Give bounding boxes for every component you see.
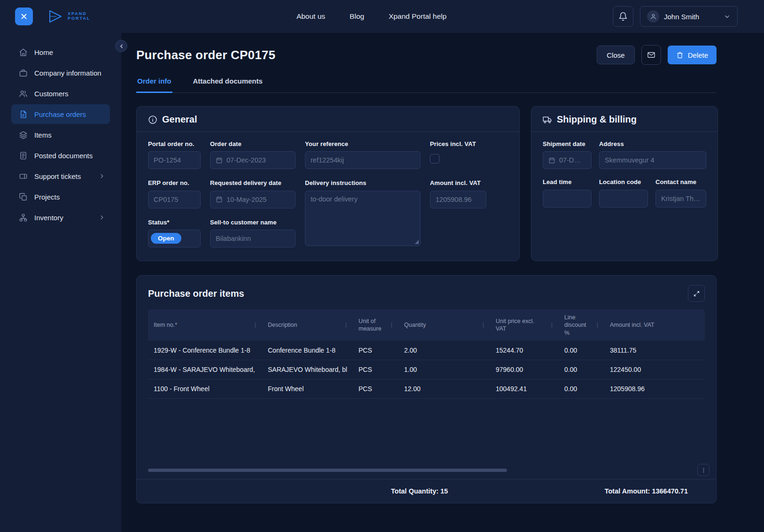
field-label: Location code	[599, 178, 648, 186]
sidebar-item-customers[interactable]: Customers	[11, 84, 110, 103]
nav-about-us[interactable]: About us	[296, 12, 325, 21]
sell-to-customer-name-input[interactable]: Bilabankinn	[210, 230, 296, 247]
amount-incl-vat-field: Amount incl. VAT 1205908.96	[430, 179, 486, 208]
nav-xpand-portal-help[interactable]: Xpand Portal help	[389, 12, 446, 21]
delete-button-label: Delete	[688, 51, 708, 59]
field-label: Sell-to customer name	[210, 219, 296, 226]
cell-line-discount: 0.00	[559, 379, 604, 398]
contact-name-field: Contact name Kristjan Th…	[655, 178, 706, 207]
status-badge: Open	[151, 233, 181, 244]
lead-time-input[interactable]	[543, 190, 592, 208]
notifications-button[interactable]	[613, 6, 633, 27]
user-menu[interactable]: John Smith	[640, 6, 738, 27]
sidebar-collapse-button[interactable]	[115, 40, 127, 52]
nav-blog[interactable]: Blog	[350, 12, 364, 21]
cell-amount: 38111.75	[604, 341, 705, 360]
purchase-order-items-card: Purchase order items Item no.* Descripti…	[136, 275, 717, 503]
erp-order-no-input[interactable]: CP0175	[148, 191, 201, 208]
lead-time-field: Lead time	[543, 178, 592, 207]
field-label: Requested delivery date	[210, 179, 296, 187]
page-title: Purchase order CP0175	[136, 48, 275, 62]
table-scroll-row	[148, 464, 709, 476]
shipping-fields: Shipment date 07-D… Address Skemmuvegur …	[531, 132, 717, 219]
cell-amount: 1205908.96	[604, 379, 705, 398]
page-header: Purchase order CP0175 Close Delete	[136, 45, 717, 65]
contact-name-input[interactable]: Kristjan Th…	[655, 190, 706, 208]
sidebar-item-inventory[interactable]: Inventory	[11, 208, 110, 227]
column-menu-icon[interactable]	[549, 322, 555, 328]
close-order-button[interactable]: Close	[597, 46, 634, 64]
column-menu-icon[interactable]	[252, 322, 258, 328]
portal-order-no-input[interactable]: PO-1254	[148, 151, 201, 169]
status-input[interactable]: Open	[148, 230, 201, 247]
status-field: Status* Open	[148, 219, 201, 247]
your-reference-input[interactable]: ref12254kij	[305, 151, 421, 169]
shipping-card-header: Shipping & billing	[531, 107, 717, 132]
sidebar: Home Company information Customers Purch…	[0, 33, 121, 532]
table-menu-button[interactable]	[697, 464, 709, 476]
sidebar-item-label: Items	[34, 131, 52, 139]
general-card-header: General	[137, 107, 519, 132]
cell-item-no: 1984-W - SARAJEVO Whiteboard,	[148, 360, 262, 379]
items-table: Item no.* Description Unit of measure Qu…	[148, 309, 705, 399]
column-menu-icon[interactable]	[343, 322, 349, 328]
sidebar-item-label: Support tickets	[34, 172, 81, 180]
sidebar-item-support-tickets[interactable]: Support tickets	[11, 166, 110, 186]
table-row[interactable]: 1984-W - SARAJEVO Whiteboard, SARAJEVO W…	[148, 360, 705, 379]
sidebar-item-posted-documents[interactable]: Posted documents	[11, 146, 110, 165]
cell-item-no: 1100 - Front Wheel	[148, 379, 262, 398]
chevron-right-icon	[99, 214, 105, 221]
sidebar-item-label: Company information	[34, 69, 101, 77]
sidebar-item-company-information[interactable]: Company information	[11, 63, 110, 83]
amount-incl-vat-input[interactable]: 1205908.96	[430, 191, 486, 208]
sidebar-item-home[interactable]: Home	[11, 42, 110, 62]
prices-incl-vat-checkbox[interactable]	[430, 154, 439, 163]
expand-table-button[interactable]	[688, 285, 705, 302]
email-button[interactable]	[641, 45, 661, 65]
column-menu-icon[interactable]	[389, 322, 395, 328]
briefcase-icon	[19, 69, 28, 77]
tab-attached-documents[interactable]: Attached documents	[192, 77, 264, 93]
sidebar-item-label: Projects	[34, 193, 60, 201]
cell-description: Front Wheel	[262, 379, 353, 398]
delete-button[interactable]: Delete	[668, 46, 717, 64]
cell-amount: 122450.00	[604, 360, 705, 379]
address-input[interactable]: Skemmuvegur 4	[599, 151, 706, 169]
column-header-amount: Amount incl. VAT	[604, 309, 705, 341]
shipment-date-input[interactable]: 07-D…	[543, 151, 592, 169]
cell-quantity: 12.00	[398, 379, 490, 398]
field-label: Address	[599, 140, 706, 148]
calendar-icon	[216, 196, 223, 203]
sidebar-item-purchase-orders[interactable]: Purchase orders	[11, 104, 110, 124]
calendar-icon	[548, 157, 555, 164]
location-code-input[interactable]	[599, 190, 648, 208]
cell-unit-price: 97960.00	[490, 360, 559, 379]
tab-order-info[interactable]: Order info	[136, 77, 172, 93]
column-header-unit-price: Unit price excl. VAT	[490, 309, 559, 341]
table-row[interactable]: 1100 - Front Wheel Front Wheel PCS 12.00…	[148, 379, 705, 399]
resize-handle[interactable]	[414, 239, 419, 244]
home-icon	[19, 48, 28, 57]
sidebar-item-items[interactable]: Items	[11, 125, 110, 145]
column-menu-icon[interactable]	[480, 322, 486, 328]
xpand-logo[interactable]: XPAND PORTAL	[47, 9, 90, 23]
ticket-icon	[19, 172, 28, 181]
cards-row: General Portal order no. PO-1254 Order d…	[136, 106, 717, 261]
cell-description: SARAJEVO Whiteboard, bl	[262, 360, 353, 379]
field-label: Shipment date	[543, 140, 592, 148]
requested-delivery-date-input[interactable]: 10-May-2025	[210, 191, 296, 208]
sidebar-item-projects[interactable]: Projects	[11, 187, 110, 207]
column-header-item-no: Item no.*	[148, 309, 262, 341]
field-label: Contact name	[655, 178, 706, 186]
delivery-instructions-textarea[interactable]: to-door delivery	[305, 191, 421, 246]
scrollbar-thumb[interactable]	[148, 469, 507, 472]
cell-unit: PCS	[353, 360, 398, 379]
general-card: General Portal order no. PO-1254 Order d…	[136, 106, 520, 261]
topbar: XPAND PORTAL About us Blog Xpand Portal …	[0, 0, 764, 33]
sell-to-customer-name-field: Sell-to customer name Bilabankinn	[210, 219, 296, 247]
horizontal-scrollbar[interactable]	[148, 469, 692, 472]
order-date-input[interactable]: 07-Dec-2023	[210, 151, 296, 169]
app-close-button[interactable]	[15, 8, 33, 25]
table-row[interactable]: 1929-W - Conference Bundle 1-8 Conferenc…	[148, 341, 705, 360]
column-menu-icon[interactable]	[594, 322, 600, 328]
